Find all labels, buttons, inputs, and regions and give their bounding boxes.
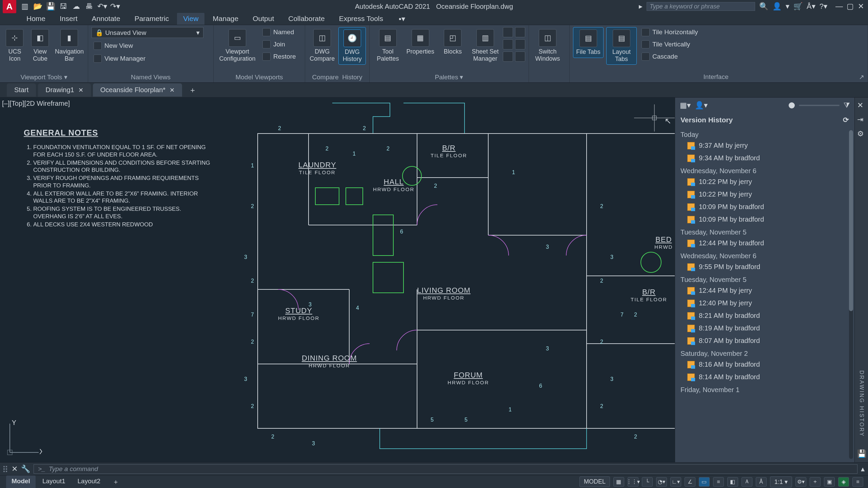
vh-item[interactable]: 8:19 AM by bradford xyxy=(678,322,852,334)
layout-tab-model[interactable]: Model xyxy=(6,475,36,488)
app-logo[interactable]: A xyxy=(3,0,16,13)
named-view-dropdown[interactable]: 🔒 Unsaved View▾ xyxy=(92,27,203,38)
vh-item[interactable]: 12:40 PM by jerry xyxy=(678,297,852,309)
search-input[interactable]: Type a keyword or phrase xyxy=(647,2,755,11)
transparency-icon[interactable]: ◧ xyxy=(727,477,738,487)
join-viewports-button[interactable]: Join xyxy=(260,39,298,49)
vh-item[interactable]: 8:21 AM by bradford xyxy=(678,309,852,322)
strip-settings-icon[interactable]: ⚙ xyxy=(857,129,866,138)
annotation-icon[interactable]: Ａ xyxy=(742,477,752,487)
strip-save-icon[interactable]: 💾 xyxy=(857,449,866,458)
palette-extra-3-icon[interactable] xyxy=(503,39,513,49)
strip-close-icon[interactable]: ✕ xyxy=(857,101,866,110)
drawing-canvas[interactable]: [–][Top][2D Wireframe] GENERAL NOTES FOU… xyxy=(0,98,675,462)
vh-item[interactable]: 12:44 PM by jerry xyxy=(678,284,852,297)
palette-extra-1-icon[interactable] xyxy=(503,27,513,37)
tab-home[interactable]: Home xyxy=(20,13,52,25)
navigation-bar-button[interactable]: ▮Navigation Bar xyxy=(54,27,84,64)
qat-saveas-icon[interactable]: 🖫 xyxy=(58,1,68,12)
tab-featured-apps[interactable]: ▪▾ xyxy=(395,13,409,25)
file-tab-oceanside[interactable]: Oceanside Floorplan*✕ xyxy=(93,83,182,97)
grid-icon[interactable]: ▦ xyxy=(613,477,624,487)
view-state-label[interactable]: [–][Top][2D Wireframe] xyxy=(2,100,70,107)
blocks-button[interactable]: ◰Blocks xyxy=(438,27,468,57)
tab-insert[interactable]: Insert xyxy=(54,13,84,25)
cmd-grip-icon[interactable] xyxy=(3,466,8,472)
vh-slider-track[interactable] xyxy=(799,105,840,106)
share-icon[interactable]: ▶ xyxy=(639,4,643,9)
palette-extra-6-icon[interactable] xyxy=(515,52,525,62)
qat-redo-icon[interactable]: ↷▾ xyxy=(110,1,120,12)
scrollbar-thumb[interactable] xyxy=(849,130,853,311)
ortho-icon[interactable]: └ xyxy=(642,477,653,487)
tool-palettes-button[interactable]: ▤Tool Palettes xyxy=(373,27,403,64)
qat-cloud-icon[interactable]: ☁ xyxy=(71,1,81,12)
switch-windows-button[interactable]: ◫Switch Windows xyxy=(532,27,563,64)
layout-tabs-toggle[interactable]: ▤Layout Tabs xyxy=(606,27,637,65)
vh-item[interactable]: 10:22 PM by jerry xyxy=(678,188,852,201)
close-icon[interactable]: ✕ xyxy=(170,86,175,94)
anno-scale-icon[interactable]: Å xyxy=(756,477,767,487)
view-manager-button[interactable]: View Manager xyxy=(92,54,147,64)
vh-item[interactable]: 9:34 AM by bradford xyxy=(678,152,852,164)
clean-screen-icon[interactable]: ◈ xyxy=(838,477,849,487)
vh-view-icon[interactable]: ▦▾ xyxy=(680,101,691,110)
tab-output[interactable]: Output xyxy=(246,13,280,25)
tile-horizontally-button[interactable]: Tile Horizontally xyxy=(639,27,700,37)
workspace-icon[interactable]: ⚙▾ xyxy=(795,477,806,487)
qat-open-icon[interactable]: 📂 xyxy=(33,1,43,12)
palette-extra-4-icon[interactable] xyxy=(515,39,525,49)
lineweight-icon[interactable]: ≡ xyxy=(713,477,724,487)
cmd-history-icon[interactable]: ▴ xyxy=(861,465,865,473)
cmd-close-icon[interactable]: ✕ xyxy=(12,465,18,473)
panel-viewport-tools[interactable]: Viewport Tools ▾ xyxy=(3,72,84,81)
vh-item[interactable]: 12:44 PM by bradford xyxy=(678,237,852,249)
polar-icon[interactable]: ◔▾ xyxy=(656,477,667,487)
tab-manage[interactable]: Manage xyxy=(206,13,244,25)
vh-item[interactable]: 8:14 AM by bradford xyxy=(678,371,852,383)
palette-extra-5-icon[interactable] xyxy=(503,52,513,62)
tab-parametric[interactable]: Parametric xyxy=(129,13,175,25)
apps-icon[interactable]: Å▾ xyxy=(807,2,815,11)
otrack-icon[interactable]: ∠ xyxy=(685,477,695,487)
view-cube-button[interactable]: ◧View Cube xyxy=(29,27,52,64)
vh-item[interactable]: 10:22 PM by jerry xyxy=(678,176,852,188)
qat-undo-icon[interactable]: ↶▾ xyxy=(97,1,107,12)
user-icon[interactable]: 👤 xyxy=(772,2,782,11)
dynamic-input-icon[interactable]: ▭ xyxy=(699,477,710,487)
qat-plot-icon[interactable]: 🖶 xyxy=(84,1,94,12)
tab-annotate[interactable]: Annotate xyxy=(86,13,126,25)
hardware-icon[interactable]: ▣ xyxy=(824,477,835,487)
customize-icon[interactable]: ≡ xyxy=(852,477,863,487)
vh-item[interactable]: 9:55 PM by bradford xyxy=(678,261,852,273)
vh-slider-handle[interactable] xyxy=(789,102,795,108)
ucs-icon-button[interactable]: ⊹UCS Icon xyxy=(3,27,26,64)
new-tab-button[interactable]: ＋ xyxy=(184,82,201,98)
search-icon[interactable]: 🔍 xyxy=(759,2,768,11)
command-input[interactable]: >_ Type a command xyxy=(34,464,857,474)
sheet-set-button[interactable]: ▥Sheet Set Manager xyxy=(470,27,500,64)
snap-icon[interactable]: ⋮⋮▾ xyxy=(628,477,638,487)
new-view-button[interactable]: New View xyxy=(92,41,135,51)
close-icon[interactable]: ✕ xyxy=(78,86,83,94)
dwg-history-button[interactable]: 🕘DWG History xyxy=(338,27,366,65)
isolate-icon[interactable]: ＋ xyxy=(810,477,821,487)
file-tabs-toggle[interactable]: ▤File Tabs xyxy=(573,27,604,58)
add-layout-button[interactable]: ＋ xyxy=(107,475,124,488)
strip-collapse-icon[interactable]: ⇥ xyxy=(857,115,866,124)
vh-item[interactable]: 10:09 PM by bradford xyxy=(678,213,852,226)
maximize-icon[interactable]: ▢ xyxy=(846,2,854,11)
tile-vertically-button[interactable]: Tile Vertically xyxy=(639,39,700,49)
restore-viewports-button[interactable]: Restore xyxy=(260,52,298,62)
file-tab-start[interactable]: Start xyxy=(7,83,36,97)
vh-item[interactable]: 10:09 PM by bradford xyxy=(678,201,852,213)
filter-icon[interactable]: ⧩ xyxy=(844,101,850,110)
version-history-list[interactable]: Today9:37 AM by jerry9:34 AM by bradford… xyxy=(675,127,854,462)
help-icon[interactable]: ?▾ xyxy=(820,2,827,11)
cart-icon[interactable]: 🛒 xyxy=(793,2,803,11)
qat-new-icon[interactable]: ▥ xyxy=(20,1,30,12)
vh-item[interactable]: 9:37 AM by jerry xyxy=(678,139,852,152)
named-viewports-button[interactable]: Named xyxy=(260,27,298,37)
file-tab-drawing1[interactable]: Drawing1✕ xyxy=(38,83,91,97)
qat-save-icon[interactable]: 💾 xyxy=(45,1,56,12)
